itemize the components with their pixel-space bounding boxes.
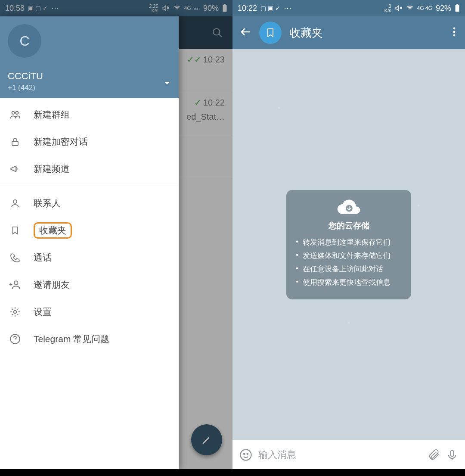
cloud-tip: 转发消息到这里来保存它们 <box>296 237 402 247</box>
cloud-download-icon <box>337 199 361 216</box>
avatar-letter: C <box>19 33 29 49</box>
drawer-header[interactable]: C CCCiTU +1 (442) <box>0 16 179 98</box>
cloud-tip: 使用搜索来更快地查找信息 <box>296 277 402 287</box>
kebab-icon <box>453 27 456 37</box>
cloud-tip: 在任意设备上访问此对话 <box>296 264 402 274</box>
menu-label: 联系人 <box>34 197 61 209</box>
chat-title[interactable]: 收藏夹 <box>289 25 443 40</box>
navigation-drawer: C CCCiTU +1 (442) 新建群组 新建加密对话 <box>0 16 179 469</box>
saved-avatar[interactable] <box>259 22 282 44</box>
menu-calls[interactable]: 通话 <box>0 244 179 271</box>
menu-saved-highlighted: 收藏夹 <box>34 222 72 239</box>
status-time: 10:22 <box>238 4 257 13</box>
cloud-title: 您的云存储 <box>296 220 402 231</box>
menu-separator <box>0 186 179 186</box>
svg-point-13 <box>453 31 456 33</box>
back-button[interactable] <box>239 26 251 40</box>
cloud-tip: 发送媒体和文件来存储它们 <box>296 251 402 261</box>
expand-accounts[interactable] <box>163 79 171 89</box>
nav-strip <box>232 469 465 476</box>
svg-point-18 <box>247 453 248 454</box>
svg-rect-5 <box>12 141 18 146</box>
svg-point-6 <box>13 200 17 203</box>
gear-icon <box>9 306 21 317</box>
bookmark-icon <box>10 225 20 236</box>
status-bar: 10:22 ▢ ▣ ✓ ⋯ 0K/s 4G 4G 92% <box>232 0 465 16</box>
svg-point-16 <box>241 449 251 460</box>
help-icon <box>9 333 21 345</box>
menu-label: 设置 <box>34 306 52 318</box>
menu-new-group[interactable]: 新建群组 <box>0 101 179 128</box>
status-net: 4G 4G <box>417 5 432 11</box>
mute-icon <box>395 4 403 12</box>
invite-icon <box>9 279 21 290</box>
svg-point-14 <box>453 34 456 37</box>
attach-icon[interactable] <box>428 449 440 461</box>
menu-invite-friends[interactable]: 邀请朋友 <box>0 271 179 298</box>
status-speed: 0K/s <box>384 4 391 12</box>
lock-icon <box>10 137 20 147</box>
chat-toolbar: 收藏夹 <box>232 16 465 49</box>
menu-new-secret-chat[interactable]: 新建加密对话 <box>0 128 179 155</box>
svg-point-7 <box>14 281 18 285</box>
menu-settings[interactable]: 设置 <box>0 298 179 325</box>
status-more: ⋯ <box>284 3 292 13</box>
more-menu[interactable] <box>450 24 458 41</box>
message-input-bar: 输入消息 <box>232 440 465 469</box>
svg-point-17 <box>244 453 245 454</box>
account-name: CCCiTU <box>8 71 43 82</box>
wifi-icon <box>406 4 414 12</box>
group-icon <box>9 109 21 120</box>
cloud-info-card: 您的云存储 转发消息到这里来保存它们 发送媒体和文件来存储它们 在任意设备上访问… <box>286 190 411 299</box>
menu-new-channel[interactable]: 新建频道 <box>0 155 179 182</box>
menu-saved-messages[interactable]: 收藏夹 <box>0 217 179 244</box>
chevron-down-icon <box>163 79 171 87</box>
svg-rect-10 <box>456 5 459 12</box>
svg-point-4 <box>16 111 19 114</box>
menu-label: 新建加密对话 <box>34 136 88 148</box>
contact-icon <box>10 198 20 208</box>
avatar[interactable]: C <box>8 24 41 58</box>
chat-area[interactable]: 您的云存储 转发消息到这里来保存它们 发送媒体和文件来存储它们 在任意设备上访问… <box>232 49 465 440</box>
menu-label: Telegram 常见问题 <box>34 333 109 345</box>
status-app-glyphs: ▢ ▣ ✓ <box>260 5 280 12</box>
menu-contacts[interactable]: 联系人 <box>0 190 179 217</box>
emoji-icon[interactable] <box>239 448 252 461</box>
status-battery: 92% <box>436 4 451 13</box>
menu-label: 新建群组 <box>34 109 70 121</box>
menu-faq[interactable]: Telegram 常见问题 <box>0 325 179 352</box>
message-input[interactable]: 输入消息 <box>258 448 422 461</box>
menu-label: 通话 <box>34 252 52 264</box>
arrow-left-icon <box>239 26 251 38</box>
menu-label: 新建频道 <box>34 163 70 175</box>
battery-icon <box>455 4 460 12</box>
svg-rect-19 <box>451 450 454 456</box>
svg-rect-11 <box>456 4 458 5</box>
menu-label: 邀请朋友 <box>34 279 70 291</box>
nav-strip <box>0 469 232 476</box>
menu-label: 收藏夹 <box>39 225 66 235</box>
mic-icon[interactable] <box>446 448 458 461</box>
svg-point-3 <box>12 111 15 114</box>
account-phone: +1 (442) <box>8 84 43 92</box>
megaphone-icon <box>9 163 21 174</box>
svg-point-8 <box>14 310 17 313</box>
svg-point-12 <box>453 28 456 30</box>
bookmark-icon <box>265 28 276 38</box>
phone-icon <box>10 252 20 263</box>
